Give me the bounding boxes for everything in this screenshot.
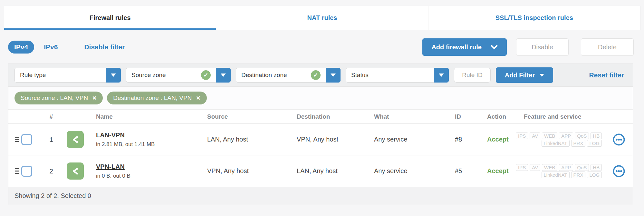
rule-traffic-stats: in 0 B, out 0 B	[96, 173, 199, 179]
table-header-row: # Name Source Destination What ID Action…	[8, 110, 633, 124]
tab-label: Firewall rules	[90, 14, 131, 22]
filter-chip-label: Destination zone : LAN, VPN	[113, 94, 192, 102]
destination-zone-dropdown[interactable]: Destination zone ✓	[236, 68, 341, 83]
filter-bar: Rule type Source zone ✓ Destination zone…	[8, 64, 633, 87]
delete-button[interactable]: Delete	[581, 38, 634, 56]
filter-chip-source-zone: Source zone : LAN, VPN ✕	[14, 92, 103, 104]
share-glyph	[71, 135, 80, 144]
feature-badge: WEB	[542, 164, 557, 171]
source-zone-dropdown-field[interactable]: Source zone ✓	[126, 68, 216, 83]
rule-share-icon[interactable]	[67, 131, 84, 148]
rule-type-dropdown-button[interactable]	[106, 68, 121, 83]
feature-badge: AV	[530, 133, 540, 139]
ipv6-toggle[interactable]: IPv6	[44, 43, 58, 51]
feature-badge: LinkedNAT	[542, 140, 570, 147]
remove-filter-icon[interactable]: ✕	[196, 95, 200, 101]
row-menu-button[interactable]	[604, 164, 633, 178]
rule-type-dropdown-label: Rule type	[20, 72, 101, 79]
rule-what: Any service	[366, 136, 446, 143]
add-filter-label: Add Filter	[505, 72, 535, 79]
rule-action: Accept	[478, 136, 516, 143]
drag-handle-icon[interactable]	[15, 137, 19, 142]
share-glyph	[71, 167, 80, 176]
ellipsis-circle-icon	[612, 164, 626, 178]
rule-id-input[interactable]	[454, 68, 491, 83]
active-filter-chips: Source zone : LAN, VPN ✕ Destination zon…	[8, 87, 633, 110]
status-dropdown-label: Status	[351, 72, 429, 79]
status-dropdown-field[interactable]: Status	[346, 68, 434, 83]
header-number: #	[40, 113, 62, 120]
table-row: 2 VPN-LAN in 0 B, out 0 B VPN, Any host …	[8, 155, 633, 187]
feature-badge: LinkedNAT	[542, 172, 570, 178]
disable-button-label: Disable	[532, 44, 553, 51]
feature-badge: PRX	[571, 172, 586, 178]
ipv4-toggle[interactable]: IPv4	[8, 41, 34, 54]
rule-source: VPN, Any host	[199, 167, 289, 175]
destination-zone-dropdown-field[interactable]: Destination zone ✓	[236, 68, 326, 83]
rule-name-link[interactable]: LAN-VPN	[96, 132, 199, 139]
feature-badge: WEB	[542, 133, 557, 139]
drag-handle-icon[interactable]	[15, 168, 19, 174]
disable-filter-link[interactable]: Disable filter	[84, 43, 125, 51]
feature-badge: QoS	[575, 133, 589, 139]
rule-name-link[interactable]: VPN-LAN	[96, 163, 199, 171]
caret-down-icon	[221, 74, 226, 77]
header-destination: Destination	[289, 113, 366, 120]
source-zone-dropdown-button[interactable]	[216, 68, 231, 83]
status-dropdown[interactable]: Status	[346, 68, 449, 83]
feature-badges: IPS AV WEB APP QoS HB LinkedNAT PRX LOG	[516, 132, 604, 147]
rule-what: Any service	[366, 167, 446, 175]
header-action: Action	[478, 113, 516, 120]
tab-label: SSL/TLS inspection rules	[495, 14, 573, 22]
reset-filter-link[interactable]: Reset filter	[589, 71, 624, 79]
feature-badge: PRX	[571, 140, 586, 147]
rule-type-dropdown-field[interactable]: Rule type	[14, 68, 106, 83]
feature-badge: QoS	[575, 164, 589, 171]
source-zone-dropdown[interactable]: Source zone ✓	[126, 68, 231, 83]
caret-down-icon	[439, 74, 444, 77]
filter-applied-check-icon: ✓	[201, 70, 211, 80]
header-feature-and-service: Feature and service	[516, 113, 604, 120]
feature-badge: HB	[591, 133, 602, 139]
rule-type-dropdown[interactable]: Rule type	[14, 68, 121, 83]
showing-count-text: Showing 2 of 2. Selected 0	[14, 192, 91, 199]
feature-badge: IPS	[516, 133, 528, 139]
table-footer: Showing 2 of 2. Selected 0	[8, 187, 633, 205]
filter-chip-destination-zone: Destination zone : LAN, VPN ✕	[107, 92, 207, 104]
remove-filter-icon[interactable]: ✕	[92, 95, 97, 101]
filter-chip-label: Source zone : LAN, VPN	[21, 94, 88, 102]
delete-button-label: Delete	[598, 44, 617, 51]
feature-badge: LOG	[587, 140, 602, 147]
add-filter-button[interactable]: Add Filter	[496, 67, 553, 83]
feature-badge: AV	[530, 164, 540, 171]
disable-button[interactable]: Disable	[516, 38, 569, 56]
header-what: What	[366, 113, 446, 120]
tab-ssl-tls-inspection-rules[interactable]: SSL/TLS inspection rules	[428, 6, 640, 30]
feature-badges: IPS AV WEB APP QoS HB LinkedNAT PRX LOG	[516, 163, 604, 179]
status-dropdown-button[interactable]	[434, 68, 449, 83]
header-source: Source	[199, 113, 289, 120]
feature-badge: LOG	[587, 172, 602, 178]
tab-firewall-rules[interactable]: Firewall rules	[4, 6, 216, 30]
rule-share-icon[interactable]	[67, 162, 84, 180]
destination-zone-dropdown-button[interactable]	[326, 68, 341, 83]
row-number: 2	[40, 167, 62, 175]
add-firewall-rule-button[interactable]: Add firewall rule	[422, 38, 507, 56]
add-firewall-rule-label: Add firewall rule	[431, 44, 482, 51]
row-checkbox[interactable]	[21, 134, 32, 145]
row-menu-button[interactable]	[604, 133, 633, 146]
tab-nat-rules[interactable]: NAT rules	[216, 6, 428, 30]
rule-id: #8	[446, 136, 478, 143]
caret-down-icon	[331, 74, 336, 77]
rule-source: LAN, Any host	[199, 136, 289, 143]
destination-zone-dropdown-label: Destination zone	[241, 72, 308, 79]
toolbar: IPv4 IPv6 Disable filter Add firewall ru…	[8, 37, 634, 57]
tab-label: NAT rules	[307, 14, 337, 22]
caret-down-icon	[111, 74, 116, 77]
rule-action: Accept	[478, 167, 516, 175]
feature-badge: HB	[591, 164, 602, 171]
row-checkbox[interactable]	[21, 166, 32, 177]
caret-down-icon	[540, 74, 544, 77]
table-row: 1 LAN-VPN in 2.81 MB, out 1.41 MB LAN, A…	[8, 124, 633, 155]
firewall-rules-panel: Rule type Source zone ✓ Destination zone…	[8, 64, 633, 205]
